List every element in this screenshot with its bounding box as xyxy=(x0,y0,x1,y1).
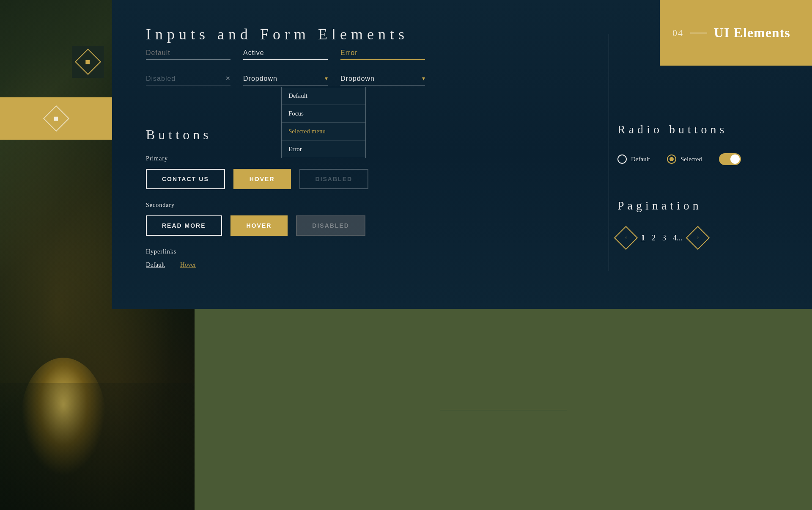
hyperlinks-label: Hyperlinks xyxy=(146,248,368,255)
chevron-right-icon: › xyxy=(697,234,699,241)
clear-icon[interactable]: ✕ xyxy=(225,75,230,82)
diamond-border-gold: ◆ xyxy=(43,105,69,132)
radio-section: Radio buttons Default Selected xyxy=(617,123,778,165)
hands-area xyxy=(0,383,195,510)
dropdown-menu: Default Focus Selected menu Error xyxy=(281,87,366,158)
diamond-border: ◆ xyxy=(75,49,101,75)
page-3[interactable]: 3 xyxy=(662,234,666,243)
read-more-button[interactable]: READ MORE xyxy=(146,215,222,236)
link-default[interactable]: Default xyxy=(146,261,165,268)
prev-page-button[interactable]: ‹ xyxy=(614,226,638,250)
pagination-section: Pagination ‹ 1 2 3 4... › xyxy=(617,199,778,246)
disabled-button-primary: DISABLED xyxy=(299,169,369,189)
input-row-2: ✕ ▾ ▾ xyxy=(146,72,425,85)
diamond-icon-gold: ◆ xyxy=(50,113,62,124)
contact-us-button[interactable]: CONTACT US xyxy=(146,169,225,189)
logo-top[interactable]: ◆ xyxy=(72,46,104,78)
pagination-title: Pagination xyxy=(617,199,778,212)
chevron-down-icon-2[interactable]: ▾ xyxy=(422,75,425,82)
section-title: Inputs and Form Elements xyxy=(146,25,409,43)
logo-gold-bar[interactable]: ◆ xyxy=(0,97,112,140)
dropdown2-input[interactable] xyxy=(340,72,425,85)
toggle-knob xyxy=(730,154,740,164)
dropdown-item-selected[interactable]: Selected menu xyxy=(282,123,365,141)
badge-number: 04 xyxy=(672,28,683,39)
page-dots: 4... xyxy=(673,234,683,243)
dropdown1-input[interactable] xyxy=(243,72,328,85)
secondary-label: Secondary xyxy=(146,202,368,209)
radio-row: Default Selected xyxy=(617,153,778,165)
dropdown-item-default[interactable]: Default xyxy=(282,87,365,105)
chevron-left-icon: ‹ xyxy=(625,234,627,241)
radio-title: Radio buttons xyxy=(617,123,778,136)
primary-button-row: CONTACT US HOVER DISABLED xyxy=(146,169,368,189)
disabled-wrapper: ✕ xyxy=(146,72,230,85)
default-input[interactable] xyxy=(146,47,230,60)
dropdown1-wrapper: ▾ xyxy=(243,72,328,85)
dropdown-item-error[interactable]: Error xyxy=(282,141,365,158)
hover-button-primary[interactable]: HOVER xyxy=(233,169,291,189)
radio-circle-selected xyxy=(667,154,676,164)
diamond-icon: ◆ xyxy=(82,56,94,68)
hyperlinks-section: Hyperlinks Default Hover xyxy=(146,248,368,268)
toggle-switch[interactable] xyxy=(719,153,741,165)
chevron-down-icon-1[interactable]: ▾ xyxy=(325,75,328,82)
main-content: 04 UI Elements Inputs and Form Elements … xyxy=(112,0,812,309)
page-2[interactable]: 2 xyxy=(652,234,656,243)
secondary-button-row: READ MORE HOVER DISABLED xyxy=(146,215,368,236)
error-input[interactable] xyxy=(340,47,425,60)
badge-title: UI Elements xyxy=(714,25,790,41)
hover-button-secondary[interactable]: HOVER xyxy=(230,215,288,236)
badge-line xyxy=(690,33,707,33)
radio-label-selected: Selected xyxy=(680,156,702,163)
link-hover[interactable]: Hover xyxy=(180,261,196,268)
hyperlink-row: Default Hover xyxy=(146,261,368,268)
pagination-row: ‹ 1 2 3 4... › xyxy=(617,229,778,246)
disabled-button-secondary: DISABLED xyxy=(296,215,365,236)
bottom-line xyxy=(440,410,567,410)
active-input[interactable] xyxy=(243,47,328,60)
radio-label-default: Default xyxy=(631,156,650,163)
dropdown-item-focus[interactable]: Focus xyxy=(282,105,365,123)
bottom-area xyxy=(195,309,812,510)
radio-selected[interactable]: Selected xyxy=(667,154,702,164)
disabled-input xyxy=(146,72,230,85)
ui-badge: 04 UI Elements xyxy=(660,0,812,66)
page-1[interactable]: 1 xyxy=(641,234,645,243)
input-row-1 xyxy=(146,47,425,60)
next-page-button[interactable]: › xyxy=(686,226,710,250)
radio-dot xyxy=(669,157,674,161)
radio-circle-default xyxy=(617,154,627,164)
radio-default[interactable]: Default xyxy=(617,154,650,164)
dropdown2-wrapper: ▾ xyxy=(340,72,425,85)
vertical-divider xyxy=(609,34,609,271)
